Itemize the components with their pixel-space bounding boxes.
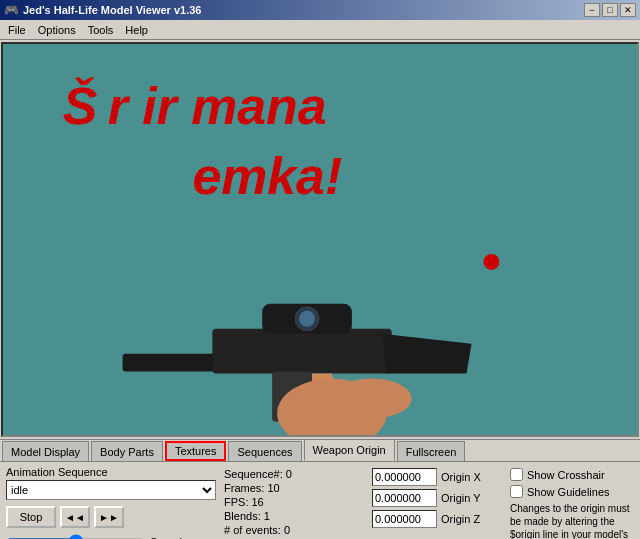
crosshair-checkbox[interactable] (510, 468, 523, 481)
svg-text:r ir mana: r ir mana (108, 77, 327, 135)
origin-y-label: Origin Y (441, 492, 486, 504)
crosshair-row: Show Crosshair (510, 468, 634, 481)
svg-rect-5 (212, 329, 391, 374)
viewport[interactable]: Š r ir mana emka! (1, 42, 639, 437)
stat-fps: FPS: 16 (224, 496, 364, 508)
tab-weapon-origin[interactable]: Weapon Origin (304, 439, 395, 461)
svg-text:emka!: emka! (192, 147, 342, 205)
bottom-panel: Model Display Body Parts Textures Sequen… (0, 439, 640, 539)
speed-slider[interactable] (6, 534, 146, 539)
svg-text:Š: Š (63, 77, 98, 135)
minimize-button[interactable]: − (584, 3, 600, 17)
app-icon: 🎮 (4, 3, 19, 17)
origin-z-label: Origin Z (441, 513, 486, 525)
tab-body-parts[interactable]: Body Parts (91, 441, 163, 461)
origin-y-input[interactable] (372, 489, 437, 507)
window-title: Jed's Half-Life Model Viewer v1.36 (23, 4, 201, 16)
controls-area: Animation Sequence idle Stop ◄◄ ►► Speed… (0, 462, 640, 539)
stats-section: Sequence#: 0 Frames: 10 FPS: 16 Blends: … (224, 466, 364, 539)
animation-dropdown[interactable]: idle (6, 480, 216, 500)
stat-sequence: Sequence#: 0 (224, 468, 364, 480)
svg-point-3 (483, 254, 499, 270)
guidelines-label: Show Guidelines (527, 486, 610, 498)
anim-seq-label: Animation Sequence (6, 466, 216, 478)
origin-x-label: Origin X (441, 471, 486, 483)
close-button[interactable]: ✕ (620, 3, 636, 17)
tab-bar: Model Display Body Parts Textures Sequen… (0, 440, 640, 462)
tab-sequences[interactable]: Sequences (228, 441, 301, 461)
options-section: Show Crosshair Show Guidelines Changes t… (510, 466, 634, 539)
origin-z-row: Origin Z (372, 510, 502, 528)
origin-x-input[interactable] (372, 468, 437, 486)
transport-controls: Stop ◄◄ ►► (6, 506, 216, 528)
origin-y-row: Origin Y (372, 489, 502, 507)
menu-tools[interactable]: Tools (82, 22, 120, 38)
stat-events: # of events: 0 (224, 524, 364, 536)
guidelines-checkbox[interactable] (510, 485, 523, 498)
tab-model-display[interactable]: Model Display (2, 441, 89, 461)
prev-button[interactable]: ◄◄ (60, 506, 90, 528)
origin-note: Changes to the origin must be made by al… (510, 502, 634, 539)
guidelines-row: Show Guidelines (510, 485, 634, 498)
origin-section: Origin X Origin Y Origin Z (372, 466, 502, 539)
menu-bar: File Options Tools Help (0, 20, 640, 40)
speed-row: Speed (6, 534, 216, 539)
menu-help[interactable]: Help (119, 22, 154, 38)
crosshair-label: Show Crosshair (527, 469, 605, 481)
svg-point-8 (299, 311, 315, 327)
title-bar: 🎮 Jed's Half-Life Model Viewer v1.36 − □… (0, 0, 640, 20)
stat-frames: Frames: 10 (224, 482, 364, 494)
tab-fullscreen[interactable]: Fullscreen (397, 441, 466, 461)
menu-options[interactable]: Options (32, 22, 82, 38)
stat-blends: Blends: 1 (224, 510, 364, 522)
next-button[interactable]: ►► (94, 506, 124, 528)
origin-x-row: Origin X (372, 468, 502, 486)
menu-file[interactable]: File (2, 22, 32, 38)
tab-textures[interactable]: Textures (165, 441, 227, 461)
svg-point-11 (332, 379, 412, 419)
maximize-button[interactable]: □ (602, 3, 618, 17)
origin-z-input[interactable] (372, 510, 437, 528)
stop-button[interactable]: Stop (6, 506, 56, 528)
animation-section: Animation Sequence idle Stop ◄◄ ►► Speed (6, 466, 216, 539)
